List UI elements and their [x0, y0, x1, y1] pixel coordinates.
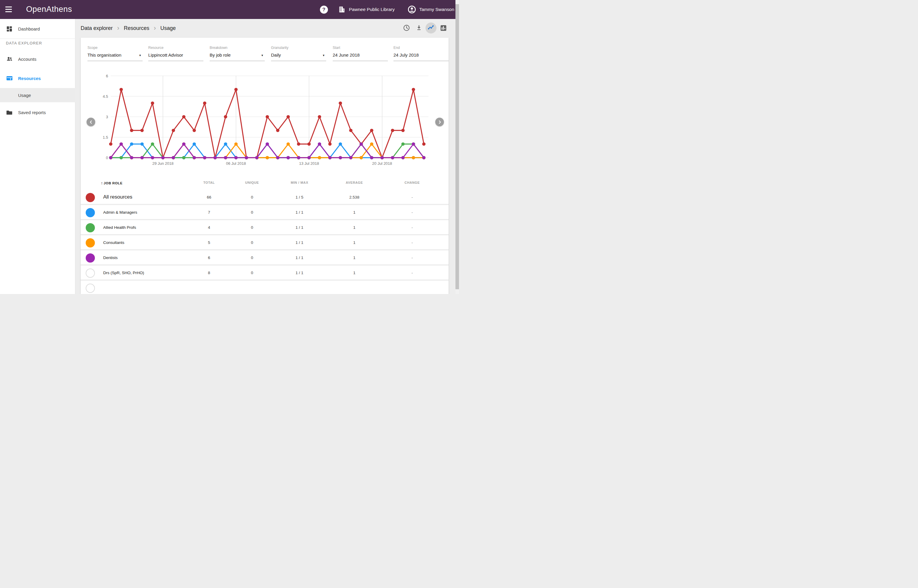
- data-point[interactable]: [193, 142, 196, 145]
- scrollbar-thumb[interactable]: [455, 4, 459, 289]
- data-point[interactable]: [245, 156, 248, 159]
- data-point[interactable]: [182, 142, 185, 145]
- data-point[interactable]: [318, 115, 321, 118]
- organization-name[interactable]: Pawnee Public Library: [349, 7, 395, 12]
- data-point[interactable]: [297, 142, 300, 145]
- table-row[interactable]: All resources6601 / 52.538-: [81, 190, 448, 205]
- data-point[interactable]: [308, 156, 311, 159]
- data-point[interactable]: [370, 156, 373, 159]
- history-icon[interactable]: [401, 22, 413, 34]
- data-point[interactable]: [141, 129, 144, 132]
- data-point[interactable]: [412, 142, 415, 145]
- start-date-input[interactable]: 24 June 2018: [333, 52, 388, 61]
- data-point[interactable]: [120, 142, 123, 145]
- data-point[interactable]: [359, 156, 363, 159]
- data-point[interactable]: [338, 142, 342, 145]
- data-point[interactable]: [412, 88, 415, 91]
- breadcrumb-data-explorer[interactable]: Data explorer: [81, 25, 113, 31]
- data-point[interactable]: [422, 142, 426, 145]
- data-point[interactable]: [120, 156, 123, 159]
- chart-next-button[interactable]: [435, 118, 444, 126]
- data-point[interactable]: [338, 156, 342, 159]
- avatar[interactable]: [408, 5, 416, 14]
- data-point[interactable]: [287, 115, 290, 118]
- data-point[interactable]: [391, 156, 394, 159]
- data-point[interactable]: [141, 156, 144, 159]
- data-point[interactable]: [402, 156, 405, 159]
- data-point[interactable]: [203, 156, 206, 159]
- data-point[interactable]: [297, 156, 300, 159]
- user-name[interactable]: Tammy Swanson: [419, 7, 454, 12]
- data-point[interactable]: [203, 101, 206, 105]
- data-point[interactable]: [109, 156, 112, 159]
- scope-select[interactable]: This organisation▼: [87, 52, 142, 61]
- data-point[interactable]: [266, 115, 269, 118]
- data-point[interactable]: [276, 129, 279, 132]
- data-point[interactable]: [276, 156, 279, 159]
- data-point[interactable]: [287, 156, 290, 159]
- table-row[interactable]: Allied Health Profs401 / 11-: [81, 220, 448, 235]
- data-point[interactable]: [359, 142, 363, 145]
- breadcrumb-resources[interactable]: Resources: [124, 25, 149, 31]
- sidebar-item-resources[interactable]: Resources: [0, 69, 75, 87]
- data-point[interactable]: [224, 142, 227, 145]
- breadcrumb-usage[interactable]: Usage: [160, 25, 176, 31]
- data-point[interactable]: [193, 156, 196, 159]
- table-row[interactable]: Admin & Managers701 / 11-: [81, 205, 448, 220]
- data-point[interactable]: [308, 142, 311, 145]
- data-point[interactable]: [422, 156, 426, 159]
- data-point[interactable]: [161, 156, 165, 159]
- data-point[interactable]: [130, 156, 133, 159]
- data-point[interactable]: [151, 156, 154, 159]
- data-point[interactable]: [402, 129, 405, 132]
- data-point[interactable]: [172, 129, 175, 132]
- bar-chart-icon[interactable]: [437, 22, 449, 34]
- data-point[interactable]: [402, 142, 405, 145]
- data-point[interactable]: [141, 142, 144, 145]
- data-point[interactable]: [370, 142, 373, 145]
- data-point[interactable]: [224, 156, 227, 159]
- data-point[interactable]: [151, 142, 154, 145]
- granularity-select[interactable]: Daily▼: [271, 52, 326, 61]
- data-point[interactable]: [318, 156, 321, 159]
- sidebar-item-accounts[interactable]: Accounts: [0, 50, 75, 68]
- data-point[interactable]: [193, 129, 196, 132]
- data-point[interactable]: [234, 156, 238, 159]
- data-point[interactable]: [328, 142, 332, 145]
- table-row[interactable]: Consultants501 / 11-: [81, 235, 448, 250]
- download-icon[interactable]: [413, 22, 425, 34]
- end-date-input[interactable]: 24 July 2018: [393, 52, 448, 61]
- data-point[interactable]: [380, 156, 384, 159]
- data-point[interactable]: [109, 142, 112, 145]
- data-point[interactable]: [130, 142, 133, 145]
- data-point[interactable]: [349, 129, 353, 132]
- data-point[interactable]: [255, 156, 259, 159]
- data-point[interactable]: [370, 129, 373, 132]
- help-icon[interactable]: ?: [320, 6, 328, 14]
- data-point[interactable]: [318, 142, 321, 145]
- data-point[interactable]: [234, 142, 238, 145]
- data-point[interactable]: [412, 156, 415, 159]
- data-point[interactable]: [151, 101, 154, 105]
- resource-input[interactable]: Lippincott Advisor: [148, 52, 203, 61]
- data-point[interactable]: [349, 156, 353, 159]
- table-row[interactable]: Dentists601 / 11-: [81, 250, 448, 265]
- sidebar-item-usage[interactable]: Usage: [0, 88, 75, 102]
- table-row[interactable]: Drs (SpR, SHO, PrHO)801 / 11-: [81, 265, 448, 281]
- data-point[interactable]: [266, 142, 269, 145]
- column-header-job-role[interactable]: ↑ JOB ROLE: [105, 181, 123, 186]
- data-point[interactable]: [214, 156, 217, 159]
- data-point[interactable]: [234, 88, 238, 91]
- sidebar-item-dashboard[interactable]: Dashboard: [0, 19, 75, 39]
- chart-prev-button[interactable]: [87, 118, 95, 126]
- data-point[interactable]: [328, 156, 332, 159]
- menu-icon[interactable]: [5, 6, 13, 13]
- sidebar-item-saved-reports[interactable]: Saved reports: [0, 104, 75, 121]
- usage-line-chart[interactable]: 01.534.5629 Jun 201806 Jul 201813 Jul 20…: [81, 71, 448, 170]
- data-point[interactable]: [391, 129, 394, 132]
- data-point[interactable]: [338, 101, 342, 105]
- data-point[interactable]: [182, 156, 185, 159]
- data-point[interactable]: [172, 156, 175, 159]
- data-point[interactable]: [120, 88, 123, 91]
- line-chart-icon[interactable]: [425, 22, 437, 34]
